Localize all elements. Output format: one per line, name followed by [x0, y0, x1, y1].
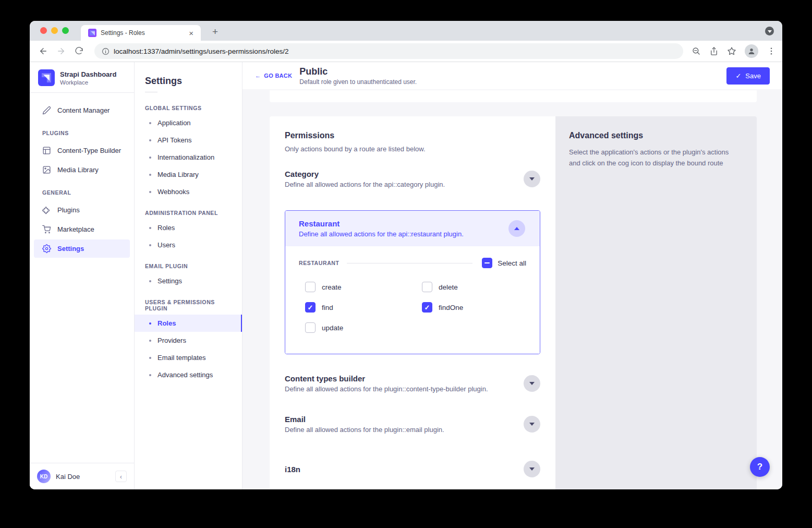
app-name: Strapi Dashboard — [60, 70, 116, 78]
zoom-icon[interactable] — [692, 46, 701, 56]
page-info-icon[interactable] — [102, 47, 110, 55]
settings-subnav: Settings GLOBAL SETTINGS Application API… — [135, 62, 243, 489]
delete-checkbox[interactable]: ✓ — [422, 282, 432, 292]
select-all-checkbox[interactable] — [482, 258, 492, 268]
collapse-sidebar-button[interactable]: ‹ — [115, 471, 127, 482]
tab-search-caret-icon — [768, 30, 772, 33]
subnav-item-email-settings[interactable]: Settings — [135, 272, 242, 290]
browser-profile-avatar[interactable] — [745, 44, 758, 58]
findone-checkbox[interactable]: ✓ — [422, 302, 432, 313]
create-checkbox[interactable]: ✓ — [305, 282, 316, 292]
chevron-down-icon — [529, 467, 535, 471]
subnav-item-webhooks[interactable]: Webhooks — [135, 183, 242, 200]
sidebar-item-settings[interactable]: Settings — [34, 239, 130, 258]
accordion-description: Define all allowed actions for the plugi… — [285, 385, 488, 393]
close-window-button[interactable] — [40, 27, 47, 34]
sidebar-item-marketplace[interactable]: Marketplace — [34, 220, 130, 238]
sidebar-item-label: Content-Type Builder — [57, 147, 121, 154]
go-back-label: GO BACK — [264, 73, 292, 79]
tab-search-button[interactable] — [765, 27, 774, 35]
accordion-content-types-builder[interactable]: Content types builder Define all allowed… — [285, 374, 540, 393]
sidebar-item-content-type-builder[interactable]: Content-Type Builder — [34, 141, 130, 160]
sidebar-item-label: Plugins — [57, 206, 80, 214]
person-icon — [747, 47, 756, 55]
subnav-item-admin-users[interactable]: Users — [135, 236, 242, 254]
collapse-restaurant-button[interactable] — [508, 220, 525, 237]
bullet-icon — [149, 322, 151, 325]
sidebar-item-plugins[interactable]: Plugins — [34, 201, 130, 219]
check-icon: ✓ — [308, 304, 313, 311]
back-button[interactable] — [36, 44, 51, 58]
find-checkbox[interactable]: ✓ — [305, 302, 316, 313]
subnav-item-application[interactable]: Application — [135, 114, 242, 131]
subnav-item-label: Users — [157, 241, 175, 249]
permission-create: ✓ create — [305, 282, 422, 292]
workspace-switcher[interactable]: Strapi Dashboard Workplace — [30, 62, 134, 92]
accordion-i18n[interactable]: i18n — [285, 461, 540, 477]
strapi-app: Strapi Dashboard Workplace Content Manag… — [30, 62, 782, 489]
window-controls — [40, 27, 69, 34]
subnav-item-email-templates[interactable]: Email templates — [135, 349, 242, 366]
reload-icon — [75, 47, 83, 56]
gear-icon — [42, 244, 51, 253]
update-checkbox[interactable]: ✓ — [305, 322, 316, 333]
subnav-item-label: Media Library — [157, 171, 199, 178]
sidebar-item-content-manager[interactable]: Content Manager — [34, 101, 130, 119]
bullet-icon — [149, 280, 151, 282]
bullet-icon — [149, 122, 151, 124]
forward-button[interactable] — [54, 44, 68, 58]
subnav-item-label: Settings — [157, 277, 182, 285]
subnav-item-media-library[interactable]: Media Library — [135, 166, 242, 183]
expand-i18n-button[interactable] — [524, 461, 540, 477]
share-icon[interactable] — [709, 46, 719, 56]
back-arrow-icon: ← — [255, 73, 261, 79]
select-all-control: Select all — [482, 258, 526, 268]
bullet-icon — [149, 340, 151, 342]
subnav-item-up-roles[interactable]: Roles — [135, 315, 242, 332]
subnav-divider — [145, 92, 157, 92]
sidebar-item-media-library[interactable]: Media Library — [34, 161, 130, 179]
restaurant-accordion-header[interactable]: Restaurant Define all allowed actions fo… — [285, 211, 540, 246]
select-all-label: Select all — [498, 259, 526, 267]
bookmark-star-icon[interactable] — [727, 46, 736, 56]
chevron-up-icon — [514, 227, 519, 230]
strapi-logo — [38, 69, 55, 86]
accordion-description: Define all allowed actions for the api::… — [285, 181, 445, 188]
accordion-title: Email — [285, 415, 444, 424]
subnav-item-providers[interactable]: Providers — [135, 332, 242, 349]
subnav-item-label: Roles — [157, 224, 175, 232]
go-back-link[interactable]: ← GO BACK — [255, 73, 292, 79]
page-title: Public — [299, 66, 417, 77]
subnav-section-users-permissions: USERS & PERMISSIONS PLUGIN — [135, 290, 242, 315]
subnav-item-admin-roles[interactable]: Roles — [135, 219, 242, 236]
user-name: Kai Doe — [56, 473, 110, 481]
accordion-title: Content types builder — [285, 374, 488, 383]
chevron-down-icon — [529, 177, 535, 181]
subnav-item-internationalization[interactable]: Internationalization — [135, 149, 242, 166]
permission-findone: ✓ findOne — [422, 302, 539, 313]
subnav-item-advanced-settings[interactable]: Advanced settings — [135, 366, 242, 383]
browser-menu-kebab-icon[interactable] — [767, 46, 776, 56]
advanced-settings-panel: Advanced settings Select the application… — [555, 116, 757, 489]
url-bar[interactable]: localhost:1337/admin/settings/users-perm… — [94, 43, 683, 59]
accordion-category[interactable]: Category Define all allowed actions for … — [285, 170, 540, 188]
fullscreen-window-button[interactable] — [62, 27, 69, 34]
minimize-window-button[interactable] — [51, 27, 58, 34]
expand-email-button[interactable] — [524, 416, 540, 433]
avatar[interactable]: KD — [37, 470, 51, 483]
new-tab-button[interactable]: + — [208, 26, 222, 38]
reload-button[interactable] — [71, 44, 86, 58]
accordion-email[interactable]: Email Define all allowed actions for the… — [285, 415, 540, 434]
help-button[interactable]: ? — [750, 457, 770, 477]
sidebar-section-plugins: PLUGINS — [30, 121, 134, 140]
expand-content-types-builder-button[interactable] — [524, 375, 540, 392]
pencil-icon — [42, 106, 51, 115]
group-divider — [347, 263, 473, 263]
subnav-item-api-tokens[interactable]: API Tokens — [135, 131, 242, 149]
sidebar-section-general: GENERAL — [30, 180, 134, 200]
tab-close-icon[interactable]: × — [187, 29, 196, 38]
accordion-title: Category — [285, 170, 445, 178]
browser-tab[interactable]: Settings - Roles × — [81, 25, 201, 41]
expand-category-button[interactable] — [524, 171, 540, 187]
save-button[interactable]: ✓ Save — [726, 67, 770, 85]
